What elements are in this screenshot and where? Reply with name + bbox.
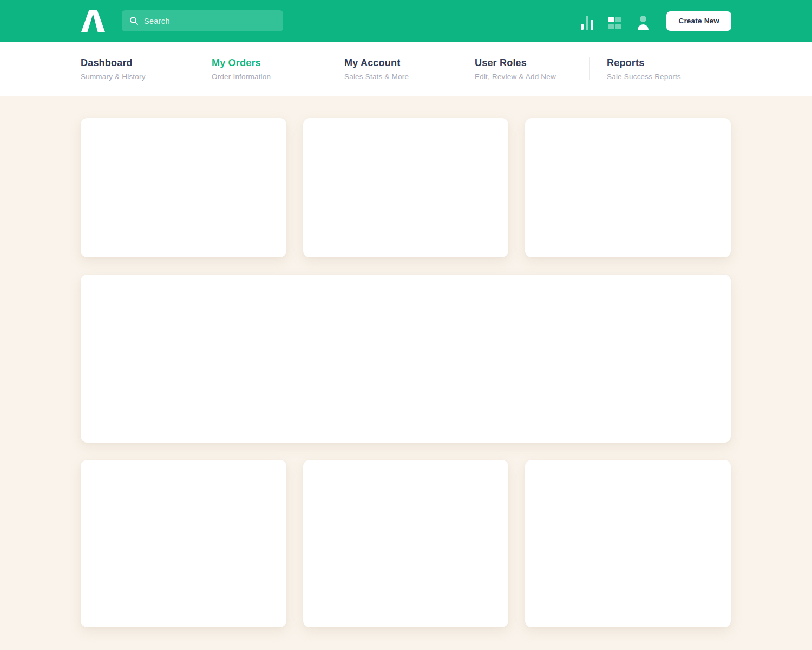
grid-icon[interactable]: [608, 12, 622, 30]
nav-bar: Dashboard Summary & History My Orders Or…: [0, 42, 812, 96]
brand-logo-icon: [81, 10, 106, 32]
user-icon[interactable]: [636, 12, 650, 30]
bar-chart-icon[interactable]: [580, 12, 594, 30]
card-bottom-1: [81, 460, 286, 627]
tab-subtitle: Order Information: [212, 73, 326, 81]
tab-title: User Roles: [475, 57, 589, 69]
search-input[interactable]: [144, 17, 263, 25]
card-wide: [81, 275, 731, 443]
tab-user-roles[interactable]: User Roles Edit, Review & Add New: [459, 57, 589, 81]
create-new-button[interactable]: Create New: [666, 11, 731, 31]
tab-subtitle: Summary & History: [81, 73, 195, 81]
app-header: Create New: [0, 0, 812, 42]
card-top-1: [81, 118, 286, 257]
tab-my-account[interactable]: My Account Sales Stats & More: [326, 57, 459, 81]
tab-subtitle: Sale Success Reports: [607, 73, 681, 81]
tab-my-orders[interactable]: My Orders Order Information: [195, 57, 326, 81]
tab-dashboard[interactable]: Dashboard Summary & History: [81, 57, 195, 81]
tab-subtitle: Sales Stats & More: [344, 73, 459, 81]
tab-reports[interactable]: Reports Sale Success Reports: [590, 57, 681, 81]
tab-title: Reports: [607, 57, 681, 69]
card-bottom-2: [303, 460, 509, 627]
tab-title: My Orders: [212, 57, 326, 69]
card-bottom-3: [525, 460, 731, 627]
tab-subtitle: Edit, Review & Add New: [475, 73, 589, 81]
tab-title: My Account: [344, 57, 459, 69]
card-top-3: [525, 118, 731, 257]
card-top-2: [303, 118, 509, 257]
tab-title: Dashboard: [81, 57, 195, 69]
card-grid: [81, 118, 731, 627]
search-icon: [129, 16, 139, 25]
brand-logo[interactable]: [81, 10, 106, 32]
content-area: [0, 96, 812, 650]
search-box: [122, 10, 283, 31]
